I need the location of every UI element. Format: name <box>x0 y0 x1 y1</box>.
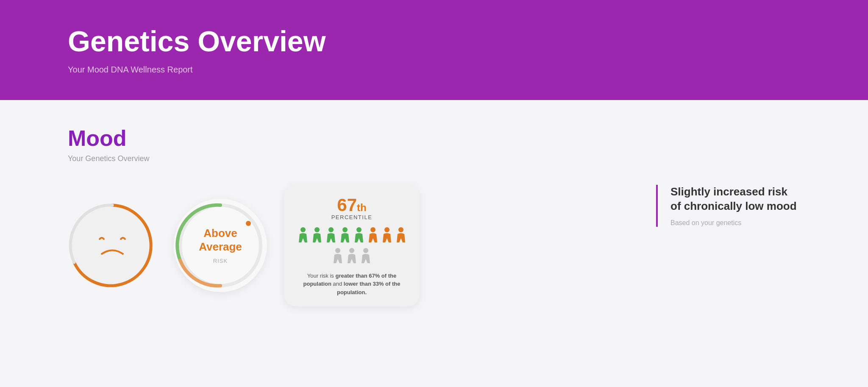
percentile-suffix: th <box>357 203 367 213</box>
risk-label: RISK <box>213 258 228 264</box>
person-icon-9 <box>332 247 344 266</box>
percentile-description: Your risk is greater than 67% of the pop… <box>294 272 409 297</box>
percentile-number-group: 67 th <box>337 196 366 214</box>
svg-point-5 <box>328 227 334 232</box>
people-icons-row <box>294 226 409 266</box>
svg-point-11 <box>335 248 340 253</box>
person-icon-8 <box>395 226 407 245</box>
person-icon-2 <box>311 226 323 245</box>
above-average-widget: AboveAverage RISK <box>174 199 267 292</box>
risk-panel: Slightly increased risk of chronically l… <box>656 185 800 227</box>
svg-point-10 <box>398 227 403 232</box>
svg-point-2 <box>246 221 251 226</box>
person-icon-4 <box>339 226 351 245</box>
svg-point-9 <box>384 227 389 232</box>
svg-point-6 <box>342 227 348 232</box>
svg-point-3 <box>300 227 306 232</box>
left-section: Mood Your Genetics Overview <box>68 125 631 307</box>
svg-point-12 <box>349 248 354 253</box>
person-icon-7 <box>381 226 393 245</box>
header-subtitle: Your Mood DNA Wellness Report <box>68 65 800 75</box>
page-title: Genetics Overview <box>68 25 800 57</box>
svg-point-7 <box>356 227 362 232</box>
svg-point-8 <box>370 227 376 232</box>
sad-face-widget <box>68 201 157 290</box>
main-content: Mood Your Genetics Overview <box>0 100 868 332</box>
person-icon-6 <box>367 226 379 245</box>
person-icon-3 <box>325 226 337 245</box>
person-icon-10 <box>346 247 358 266</box>
risk-panel-title: Slightly increased risk of chronically l… <box>670 185 800 214</box>
circles-row: AboveAverage RISK 67 th PERCENTILE <box>68 184 631 307</box>
above-average-label: AboveAverage <box>199 227 242 253</box>
percentile-number: 67 <box>337 196 357 214</box>
section-subtitle: Your Genetics Overview <box>68 154 631 163</box>
risk-panel-subtitle: Based on your genetics <box>670 219 800 227</box>
svg-point-4 <box>314 227 320 232</box>
person-icon-11 <box>360 247 372 266</box>
person-icon-1 <box>297 226 309 245</box>
page-header: Genetics Overview Your Mood DNA Wellness… <box>0 0 868 100</box>
percentile-word: PERCENTILE <box>331 214 373 220</box>
percentile-card: 67 th PERCENTILE <box>284 184 420 307</box>
person-icon-5 <box>353 226 365 245</box>
svg-point-13 <box>363 248 368 253</box>
section-title: Mood <box>68 125 631 151</box>
